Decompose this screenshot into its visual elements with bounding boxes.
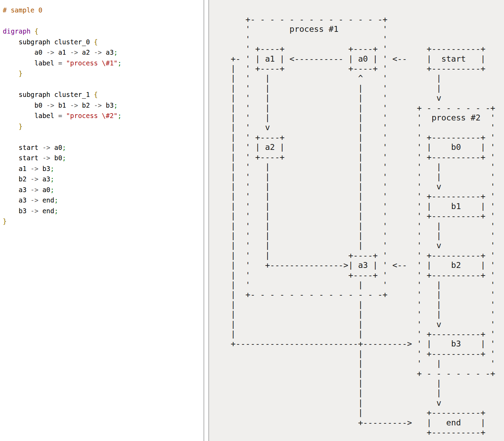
token-plain: end (38, 207, 54, 215)
code-line (3, 16, 201, 26)
token-op: -> (30, 175, 38, 183)
code-line: b0 -> b1 -> b2 -> b3; (3, 100, 201, 111)
token-op: = (58, 112, 62, 119)
token-semi: ; (54, 196, 58, 204)
token-op: -> (46, 48, 54, 56)
ascii-preview-pane: +- - - - - - - - - - - - - -+ ' process … (208, 0, 504, 441)
code-line: digraph { (3, 26, 201, 37)
code-line: label = "process \#2"; (3, 110, 201, 121)
token-plain: end (38, 196, 54, 204)
token-plain: b3 (3, 207, 30, 215)
code-line: label = "process \#1"; (3, 58, 201, 69)
token-plain: start (3, 154, 42, 162)
code-line (3, 79, 201, 90)
token-semi: ; (114, 101, 117, 109)
token-semi: ; (62, 144, 66, 151)
token-keyword: digraph (3, 27, 30, 35)
token-plain: a2 (78, 48, 94, 56)
code-line: } (3, 121, 201, 132)
token-op: -> (94, 101, 102, 109)
token-plain: b3 (102, 101, 114, 109)
token-plain: subgraph cluster_1 (3, 91, 94, 98)
token-op: -> (42, 144, 50, 151)
token-op: -> (42, 154, 50, 162)
code-line: a3 -> end; (3, 195, 201, 206)
code-line: # sample 0 (3, 5, 201, 16)
token-plain: a1 (3, 165, 30, 172)
dot-source-editor[interactable]: # sample 0digraph { subgraph cluster_0 {… (0, 0, 204, 441)
token-semi: ; (118, 112, 122, 119)
token-plain (62, 59, 66, 67)
pane-divider[interactable] (204, 0, 208, 441)
token-plain: start (3, 144, 42, 151)
token-str: "process \#2" (66, 112, 118, 119)
code-line: start -> a0; (3, 142, 201, 153)
token-op: -> (70, 48, 78, 56)
token-plain: a0 (3, 48, 46, 56)
code-line (3, 132, 201, 142)
token-brace: { (94, 38, 98, 46)
token-op: -> (70, 101, 78, 109)
token-semi: ; (50, 165, 54, 172)
dot-source-code[interactable]: # sample 0digraph { subgraph cluster_0 {… (3, 5, 201, 227)
token-plain: a3 (102, 48, 114, 56)
token-brace: } (3, 217, 7, 225)
token-plain: label (3, 59, 58, 67)
token-plain: a3 (38, 175, 50, 183)
token-semi: ; (118, 59, 122, 67)
token-plain: a0 (50, 144, 62, 151)
token-str: "process \#1" (66, 59, 118, 67)
code-line: } (3, 216, 201, 227)
token-brace: { (35, 27, 38, 35)
code-line: } (3, 68, 201, 79)
token-plain: b3 (38, 165, 50, 172)
token-semi: ; (54, 207, 58, 215)
code-line: b3 -> end; (3, 206, 201, 216)
token-plain: subgraph cluster_0 (3, 38, 94, 46)
token-op: -> (94, 48, 102, 56)
token-op: = (58, 59, 62, 67)
token-plain: b1 (54, 101, 70, 109)
token-plain: label (3, 112, 58, 119)
token-plain: a0 (38, 186, 50, 194)
code-line: subgraph cluster_1 { (3, 89, 201, 100)
token-plain: a3 (3, 186, 30, 194)
token-op: -> (30, 186, 38, 194)
token-plain: b0 (50, 154, 62, 162)
token-plain: a1 (54, 48, 70, 56)
token-semi: ; (50, 175, 54, 183)
token-plain: b2 (3, 175, 30, 183)
token-op: -> (30, 207, 38, 215)
token-plain (3, 70, 19, 77)
code-line: start -> b0; (3, 153, 201, 163)
ascii-graph-art: +- - - - - - - - - - - - - -+ ' process … (209, 0, 504, 437)
token-op: -> (30, 196, 38, 204)
token-comment: # sample 0 (3, 6, 42, 14)
token-plain (3, 123, 19, 130)
token-plain: b2 (78, 101, 94, 109)
token-op: -> (30, 165, 38, 172)
token-plain: b0 (3, 101, 46, 109)
token-semi: ; (62, 154, 66, 162)
token-plain (62, 112, 66, 119)
code-line: subgraph cluster_0 { (3, 37, 201, 47)
token-op: -> (46, 101, 54, 109)
code-line: a1 -> b3; (3, 163, 201, 174)
code-line: a0 -> a1 -> a2 -> a3; (3, 47, 201, 58)
token-brace: } (19, 123, 22, 130)
token-semi: ; (114, 48, 117, 56)
code-line: b2 -> a3; (3, 174, 201, 184)
token-plain: a3 (3, 196, 30, 204)
code-line: a3 -> a0; (3, 184, 201, 195)
token-semi: ; (50, 186, 54, 194)
token-plain (30, 27, 34, 35)
token-brace: } (19, 70, 22, 77)
token-brace: { (94, 91, 98, 98)
